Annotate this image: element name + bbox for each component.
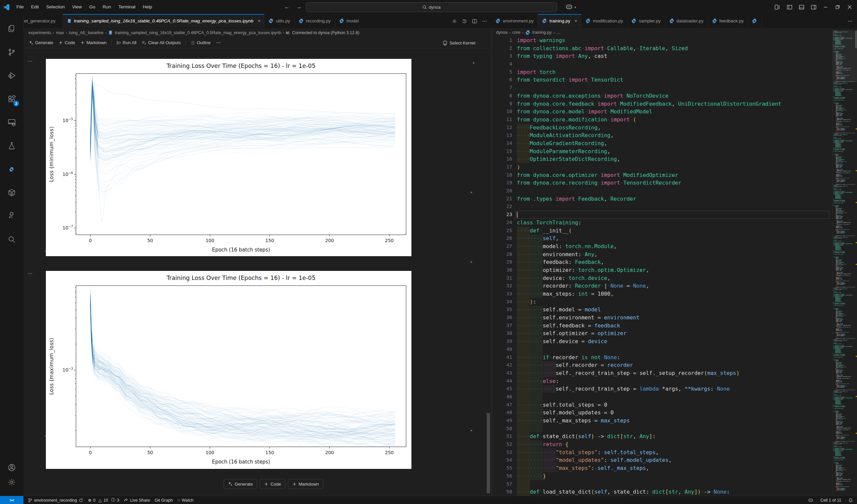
history-icon[interactable] (460, 17, 469, 25)
gear-icon[interactable] (450, 17, 459, 25)
code-area[interactable]: 1import·warnings2from·collections.abc·im… (492, 36, 832, 496)
code-insert-button[interactable]: Code (260, 479, 285, 489)
breadcrumb-segment[interactable]: dynoa (496, 30, 507, 35)
line-number: 45 (492, 385, 512, 393)
scroll-right-arrow-icon[interactable]: ▸ (471, 190, 473, 194)
tab-sampler.py[interactable]: sampler.py (627, 14, 665, 28)
tab-modification.py[interactable]: modification.py (582, 14, 627, 28)
split-icon[interactable] (470, 17, 479, 25)
branch-item[interactable]: environment_recording (26, 496, 86, 504)
code-line: 30········optimizer:·torch.optim.Optimiz… (492, 266, 832, 274)
sidebar-item-kite[interactable] (0, 207, 23, 225)
nav-back-icon[interactable]: ← (281, 4, 292, 10)
toggle-sidebar-icon[interactable] (783, 0, 795, 14)
minimap[interactable] (832, 28, 857, 496)
live-share-item[interactable]: Live Share (121, 496, 152, 504)
more-icon[interactable] (480, 17, 489, 25)
tab-environment.py[interactable]: environment.py (491, 14, 538, 28)
more-icon[interactable] (846, 17, 854, 25)
tab-dataloader.py[interactable]: dataloader.py (665, 14, 708, 28)
close-icon[interactable]: × (258, 18, 261, 23)
toggle-secondary-sidebar-icon[interactable] (807, 0, 820, 14)
breadcrumb-segment[interactable]: … (556, 30, 561, 35)
chevron-down-icon[interactable]: ▾ (574, 5, 576, 9)
more-button[interactable] (213, 38, 224, 47)
copilot-icon[interactable] (565, 3, 573, 11)
menu-run[interactable]: Run (99, 0, 115, 14)
tab-utils.py[interactable]: utils.py (265, 14, 294, 28)
sidebar-item-remote-explorer[interactable] (0, 114, 23, 131)
watch-item[interactable]: ○ Watch (175, 496, 196, 504)
customize-layout-icon[interactable] (771, 0, 783, 14)
svg-text:Training Loss Over Time (Epoch: Training Loss Over Time (Epochs = 16) - … (166, 63, 316, 69)
menu-file[interactable]: File (13, 0, 28, 14)
sidebar-item-search[interactable] (0, 231, 23, 248)
sidebar-item-source-control[interactable] (0, 44, 23, 61)
window-controls (771, 0, 856, 14)
generate-insert-button[interactable]: Generate (224, 479, 257, 489)
menu-edit[interactable]: Edit (28, 0, 43, 14)
sidebar-item-extensions[interactable]: 2 (0, 90, 23, 108)
kernel-status[interactable]: Connected to dynoa (Python 3.12.8) (292, 31, 359, 35)
code-text: ····): (517, 298, 536, 306)
cell-2-menu[interactable]: ⋯ (28, 271, 33, 277)
breadcrumb-segment[interactable]: training_sampled_ising_16x16_stable_0.46… (115, 31, 281, 35)
tab-training.py[interactable]: training.py× (538, 14, 582, 28)
notebook-scrollbar[interactable] (487, 413, 490, 493)
tab-feedback.py[interactable]: feedback.py (708, 14, 748, 28)
tab-recording.py[interactable]: recording.py (295, 14, 335, 28)
remote-indicator[interactable]: >< (0, 496, 23, 504)
breadcrumb-segment[interactable]: training.py (532, 30, 552, 35)
tab-training_sampled_ising_16x16_stable_0.46PCA_0.5Rate_mag_energy_pca_losses.ipynb[interactable]: training_sampled_ising_16x16_stable_0.46… (63, 14, 265, 28)
tab-et_generator.py[interactable]: et_generator.py (23, 14, 63, 28)
scroll-left-arrow-icon[interactable]: ◂ (44, 249, 46, 253)
scroll-right-arrow-icon[interactable]: ▸ (471, 428, 473, 432)
problems-item[interactable]: ⊗0 △10 ⓘ3 (86, 496, 121, 504)
sidebar-item-testing[interactable] (0, 137, 23, 155)
Outline-button[interactable]: Outline (188, 38, 213, 47)
notebook-breadcrumb[interactable]: experiments›max›Ising_AE_baseline›traini… (29, 28, 490, 37)
toggle-panel-icon[interactable] (795, 0, 807, 14)
cell-1-menu[interactable]: ⋯ (28, 58, 33, 64)
notifications-item[interactable] (846, 496, 857, 504)
Code-button[interactable]: Code (56, 38, 78, 47)
menu-help[interactable]: Help (139, 0, 156, 14)
editor-breadcrumb[interactable]: dynoa›core›training.py›… (496, 28, 561, 37)
minimize-icon[interactable] (820, 0, 831, 14)
sidebar-item-settings[interactable] (0, 473, 23, 491)
nav-forward-icon[interactable]: → (293, 4, 305, 10)
Generate-button[interactable]: Generate (26, 38, 56, 47)
Markdown-button[interactable]: Markdown (78, 38, 109, 47)
menu-go[interactable]: Go (86, 0, 99, 14)
sidebar-item-python[interactable] (0, 160, 23, 178)
Run All-button[interactable]: Run All (114, 38, 139, 47)
sidebar-item-container[interactable] (0, 184, 23, 201)
breadcrumb-segment[interactable]: experiments (29, 31, 51, 35)
Clear All Outputs-button[interactable]: Clear All Outputs (139, 38, 183, 47)
breadcrumb-segment[interactable]: Ising_AE_baseline (69, 31, 103, 35)
sidebar-item-run-debug[interactable] (0, 67, 23, 84)
command-center-search[interactable]: dynoa (306, 2, 557, 12)
tab-model.py[interactable]: model.py (335, 14, 359, 28)
scroll-left-arrow-icon[interactable]: ◂ (44, 433, 46, 438)
restore-icon[interactable] (831, 0, 844, 14)
select-kernel-button[interactable]: Select Kernel (442, 37, 475, 49)
git-graph-item[interactable]: Git Graph (152, 496, 175, 504)
scroll-right-arrow-icon[interactable]: ▸ (471, 260, 473, 264)
scroll-up-arrow-icon[interactable]: ▴ (473, 60, 475, 65)
line-number: 18 (492, 171, 512, 179)
close-icon[interactable] (844, 0, 856, 14)
menu-terminal[interactable]: Terminal (115, 0, 139, 14)
tab-partial[interactable] (748, 14, 762, 28)
toolbar-label: Code (65, 40, 75, 45)
menu-selection[interactable]: Selection (43, 0, 69, 14)
copilot-status-item[interactable] (805, 496, 816, 504)
close-icon[interactable]: × (575, 18, 577, 23)
indent-band (517, 425, 530, 433)
breadcrumb-segment[interactable]: core (512, 30, 520, 35)
cell-indicator-item[interactable]: Cell 1 of 11 (816, 496, 846, 504)
markdown-insert-button[interactable]: Markdown (288, 479, 323, 489)
breadcrumb-segment[interactable]: max (56, 31, 64, 35)
menu-view[interactable]: View (69, 0, 86, 14)
sidebar-item-explorer[interactable] (0, 20, 23, 37)
